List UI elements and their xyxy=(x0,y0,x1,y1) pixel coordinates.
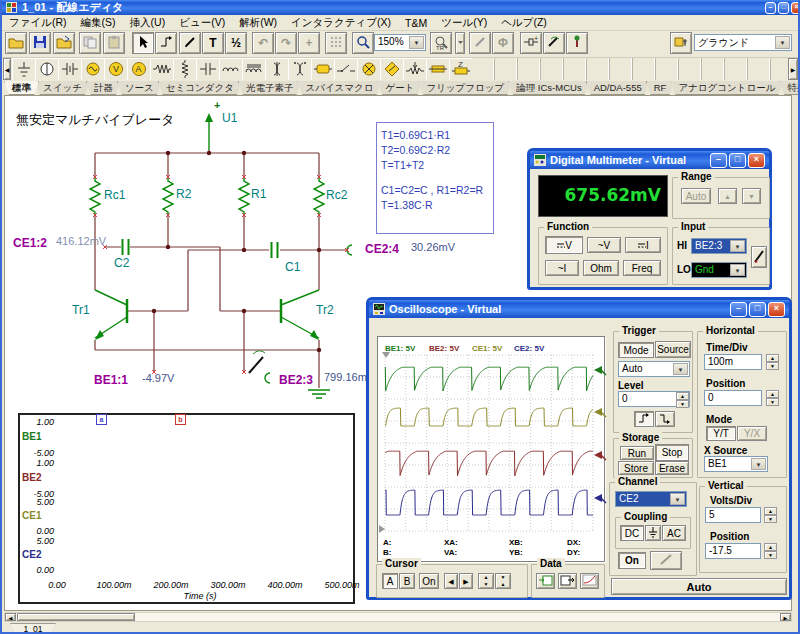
text-tool-icon[interactable]: T xyxy=(202,32,224,54)
ohm-button[interactable]: Ohm xyxy=(583,260,619,276)
ground-picker-icon[interactable] xyxy=(670,32,692,54)
ground-icon[interactable] xyxy=(12,58,36,80)
close-icon[interactable]: × xyxy=(748,153,765,168)
cursor-right-icon[interactable]: ▶ xyxy=(459,573,473,589)
minimize-button[interactable]: – xyxy=(765,2,776,14)
redo-icon[interactable]: ↷ xyxy=(275,32,297,54)
tab-meters[interactable]: 計器 xyxy=(86,81,121,95)
voltsdiv-spinner[interactable]: ▲▼ xyxy=(764,507,777,523)
pin-tool-icon[interactable] xyxy=(566,32,588,54)
voltage-source-icon[interactable] xyxy=(35,58,59,80)
rising-edge-button[interactable] xyxy=(634,411,654,427)
tab-logic-ics[interactable]: 論理 ICs-MCUs xyxy=(508,81,589,95)
tab-sources[interactable]: ソース xyxy=(117,81,162,95)
switch-icon[interactable] xyxy=(334,58,358,80)
open-icon[interactable] xyxy=(5,32,27,54)
range-up-button[interactable]: ▲ xyxy=(718,188,737,204)
resistor-vertical-icon[interactable] xyxy=(173,58,197,80)
trigger-mode-combo[interactable]: Auto ▼ xyxy=(618,361,690,377)
tab-standard[interactable]: 標準 xyxy=(4,81,39,95)
v-position-spinner[interactable]: ▲▼ xyxy=(764,543,777,559)
spin-up-icon[interactable]: ▲ xyxy=(764,543,777,551)
scroll-left-icon[interactable]: ◀ xyxy=(3,58,11,80)
tab-adda-555[interactable]: AD/DA-555 xyxy=(586,81,650,95)
spin-down-icon[interactable]: ▼ xyxy=(676,400,689,408)
tab-special[interactable]: 特殊 xyxy=(779,81,800,95)
probe-label-be1[interactable]: BE1:1 xyxy=(94,373,128,387)
oscilloscope-titlebar[interactable]: Oscilloscope - Virtual – □ × xyxy=(369,300,789,318)
dc-amps-button[interactable]: I xyxy=(625,237,661,253)
coupling-dc-button[interactable]: DC xyxy=(620,525,644,541)
tr-zoom-chevron-icon[interactable] xyxy=(455,32,465,54)
h-position-spinner[interactable]: ▲▼ xyxy=(766,390,779,406)
signal-generator-icon[interactable] xyxy=(81,58,105,80)
fraction-tool-icon[interactable]: ½ xyxy=(225,32,247,54)
menu-insert[interactable]: 挿入(U) xyxy=(123,16,173,30)
resistor-icon[interactable] xyxy=(150,58,174,80)
pen-tool-icon[interactable] xyxy=(469,32,491,54)
draw-tool-icon[interactable] xyxy=(179,32,201,54)
coupling-ground-button[interactable] xyxy=(645,525,661,541)
voltmeter-icon[interactable]: V xyxy=(104,58,128,80)
tab-semiconductors[interactable]: セミコンダクタ xyxy=(158,81,242,95)
scroll-right-icon[interactable]: ▶ xyxy=(788,58,798,80)
probe-label-ce2[interactable]: CE2:4 xyxy=(365,242,399,256)
tab-optoelectronics[interactable]: 光電子素子 xyxy=(238,81,302,95)
cursor-down-up-icon[interactable]: ▼▲ xyxy=(495,573,511,589)
hi-input-combo[interactable]: BE2:3 ▼ xyxy=(691,238,747,254)
capacitor-icon[interactable] xyxy=(196,58,220,80)
import-icon[interactable] xyxy=(53,32,75,54)
maximize-icon[interactable]: □ xyxy=(749,302,766,317)
titlebar[interactable]: 1_01 - 配線エディタ – □ × xyxy=(2,0,800,15)
sheet-tab[interactable]: 1_01 xyxy=(10,623,56,634)
menu-tm[interactable]: T&M xyxy=(398,17,434,29)
fuse-icon[interactable] xyxy=(426,58,450,80)
lo-input-combo[interactable]: Gnd ▼ xyxy=(691,262,747,278)
multimeter-titlebar[interactable]: Digital Multimeter - Virtual – □ × xyxy=(530,151,769,169)
data-import-icon[interactable] xyxy=(536,573,555,589)
horizontal-scrollbar[interactable]: ◀ ▶ xyxy=(4,612,792,622)
chevron-down-icon[interactable]: ▼ xyxy=(730,264,745,276)
spin-up-icon[interactable]: ▲ xyxy=(764,507,777,515)
menu-analysis[interactable]: 解析(W) xyxy=(232,16,284,30)
yx-mode-button[interactable]: Y/X xyxy=(737,426,767,441)
channel-on-button[interactable]: On xyxy=(618,552,646,569)
z-element-icon[interactable]: Z xyxy=(449,58,473,80)
data-curve-icon[interactable] xyxy=(580,573,599,589)
channel-probe-button[interactable] xyxy=(650,551,682,570)
copy-icon[interactable] xyxy=(79,32,101,54)
grid-icon[interactable] xyxy=(325,32,347,54)
range-auto-button[interactable]: Auto xyxy=(681,188,711,204)
maximize-button[interactable]: □ xyxy=(778,2,789,14)
menu-help[interactable]: ヘルプ(Z) xyxy=(494,16,554,30)
stop-button[interactable]: Stop xyxy=(655,444,689,461)
spin-down-icon[interactable]: ▼ xyxy=(764,551,777,559)
close-button[interactable]: × xyxy=(791,2,800,14)
coupling-ac-button[interactable]: AC xyxy=(662,525,686,541)
scrollbar-right-icon[interactable]: ▶ xyxy=(780,613,791,621)
chevron-down-icon[interactable]: ▼ xyxy=(409,36,424,49)
move-icon[interactable]: + xyxy=(298,32,320,54)
zoom-level-combo[interactable]: 150% ▼ xyxy=(374,34,426,51)
xsource-combo[interactable]: BE1 ▼ xyxy=(704,456,768,472)
transformer-2-icon[interactable] xyxy=(288,58,312,80)
inductor-core-icon[interactable] xyxy=(242,58,266,80)
undo-icon[interactable]: ↶ xyxy=(252,32,274,54)
menu-view[interactable]: ビュー(V) xyxy=(172,16,232,30)
chevron-down-icon[interactable]: ▼ xyxy=(673,363,688,375)
component-select-combo[interactable]: グラウンド ▼ xyxy=(694,34,792,51)
add-component-icon[interactable]: + xyxy=(520,32,542,54)
chevron-down-icon[interactable]: ▼ xyxy=(730,240,745,252)
v-position-input[interactable]: -17.5 xyxy=(705,543,761,559)
potentiometer-icon[interactable] xyxy=(403,58,427,80)
run-button[interactable]: Run xyxy=(620,446,654,460)
spin-up-icon[interactable]: ▲ xyxy=(766,390,779,398)
erase-button[interactable]: Erase xyxy=(655,461,689,475)
relay-icon[interactable] xyxy=(311,58,335,80)
level-spinner[interactable]: ▲▼ xyxy=(676,392,689,406)
cursor-a-flag[interactable]: a xyxy=(96,414,107,425)
channel-combo[interactable]: CE2 ▼ xyxy=(615,491,687,507)
timediv-input[interactable]: 100m xyxy=(704,354,762,370)
chevron-down-icon[interactable]: ▼ xyxy=(751,458,766,470)
tab-spice-macro[interactable]: スパイスマクロ xyxy=(297,81,381,95)
